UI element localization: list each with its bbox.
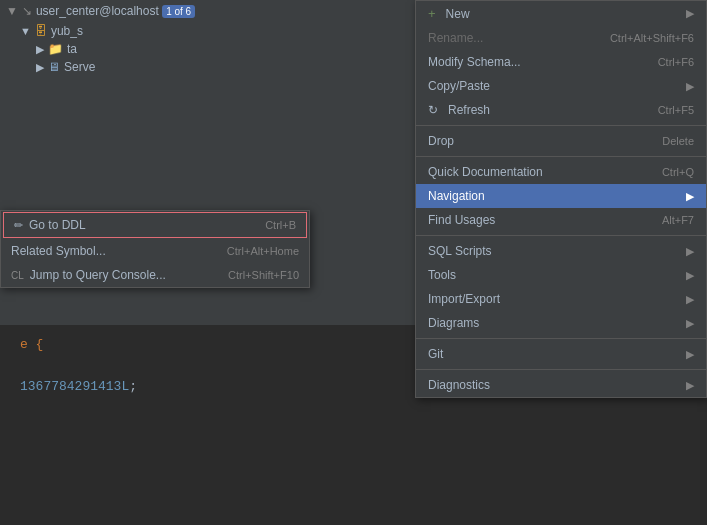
find-usages-shortcut: Alt+F7 (662, 214, 694, 226)
expand-icon3: ▶ (36, 61, 44, 74)
code-number: 1367784291413L (20, 379, 129, 394)
server-icon: 🖥 (48, 60, 60, 74)
connection-label: user_center@localhost (36, 4, 159, 18)
menu-item-navigation[interactable]: Navigation ▶ (416, 184, 706, 208)
sql-scripts-arrow: ▶ (686, 245, 694, 258)
code-line-2 (20, 356, 400, 377)
plus-icon: + (428, 6, 436, 21)
menu-item-rename[interactable]: Rename... Ctrl+Alt+Shift+F6 (416, 26, 706, 50)
refresh-shortcut: Ctrl+F5 (658, 104, 694, 116)
menu-item-related-symbol[interactable]: Related Symbol... Ctrl+Alt+Home (1, 239, 309, 263)
db-icon: 🗄 (35, 24, 47, 38)
jump-to-query-shortcut: Ctrl+Shift+F10 (228, 269, 299, 281)
tree-item-label3: Serve (64, 60, 95, 74)
code-semicolon: ; (129, 379, 137, 394)
drop-label: Drop (428, 134, 454, 148)
menu-item-new[interactable]: + New ▶ (416, 1, 706, 26)
navigation-arrow: ▶ (686, 190, 694, 203)
tree-item-ta[interactable]: ▶ 📁 ta (0, 40, 419, 58)
divider-5 (416, 369, 706, 370)
tree-item-label: yub_s (51, 24, 83, 38)
menu-item-refresh[interactable]: ↻ Refresh Ctrl+F5 (416, 98, 706, 122)
git-label: Git (428, 347, 443, 361)
jump-to-query-label: Jump to Query Console... (30, 268, 166, 282)
diagrams-arrow: ▶ (686, 317, 694, 330)
code-line-1: e { (20, 335, 400, 356)
modify-schema-label: Modify Schema... (428, 55, 521, 69)
git-arrow: ▶ (686, 348, 694, 361)
menu-item-jump-to-query[interactable]: CL Jump to Query Console... Ctrl+Shift+F… (1, 263, 309, 287)
rename-label: Rename... (428, 31, 483, 45)
tree-item-serve[interactable]: ▶ 🖥 Serve (0, 58, 419, 76)
go-to-ddl-shortcut: Ctrl+B (265, 219, 296, 231)
diagnostics-arrow: ▶ (686, 379, 694, 392)
copy-paste-label: Copy/Paste (428, 79, 490, 93)
menu-item-find-usages[interactable]: Find Usages Alt+F7 (416, 208, 706, 232)
connection-header: ▼ ↘ user_center@localhost 1 of 6 (0, 0, 419, 22)
modify-schema-shortcut: Ctrl+F6 (658, 56, 694, 68)
diagnostics-label: Diagnostics (428, 378, 490, 392)
tree-item-yub[interactable]: ▼ 🗄 yub_s (0, 22, 419, 40)
divider-2 (416, 156, 706, 157)
editor-area: e { 1367784291413L; (0, 325, 420, 525)
find-usages-label: Find Usages (428, 213, 495, 227)
go-to-ddl-label: Go to DDL (29, 218, 86, 232)
menu-item-diagnostics[interactable]: Diagnostics ▶ (416, 373, 706, 397)
menu-item-tools[interactable]: Tools ▶ (416, 263, 706, 287)
expand-icon2: ▶ (36, 43, 44, 56)
refresh-icon: ↻ (428, 103, 438, 117)
menu-item-quick-doc[interactable]: Quick Documentation Ctrl+Q (416, 160, 706, 184)
menu-item-diagrams[interactable]: Diagrams ▶ (416, 311, 706, 335)
import-export-arrow: ▶ (686, 293, 694, 306)
quick-doc-label: Quick Documentation (428, 165, 543, 179)
tools-arrow: ▶ (686, 269, 694, 282)
menu-item-sql-scripts[interactable]: SQL Scripts ▶ (416, 239, 706, 263)
menu-item-modify-schema[interactable]: Modify Schema... Ctrl+F6 (416, 50, 706, 74)
context-menu-main: + New ▶ Rename... Ctrl+Alt+Shift+F6 Modi… (415, 0, 707, 398)
sql-scripts-label: SQL Scripts (428, 244, 492, 258)
menu-item-git[interactable]: Git ▶ (416, 342, 706, 366)
new-label: New (446, 7, 470, 21)
diagrams-label: Diagrams (428, 316, 479, 330)
rename-shortcut: Ctrl+Alt+Shift+F6 (610, 32, 694, 44)
refresh-label: Refresh (448, 103, 490, 117)
tree-item-label2: ta (67, 42, 77, 56)
tools-label: Tools (428, 268, 456, 282)
divider-4 (416, 338, 706, 339)
copy-paste-arrow: ▶ (686, 80, 694, 93)
related-symbol-label: Related Symbol... (11, 244, 106, 258)
drop-shortcut: Delete (662, 135, 694, 147)
code-line-3: 1367784291413L; (20, 377, 400, 398)
quick-doc-shortcut: Ctrl+Q (662, 166, 694, 178)
folder-icon: 📁 (48, 42, 63, 56)
new-arrow: ▶ (686, 7, 694, 20)
divider-1 (416, 125, 706, 126)
menu-item-go-to-ddl[interactable]: ✏ Go to DDL Ctrl+B (3, 212, 307, 238)
menu-item-drop[interactable]: Drop Delete (416, 129, 706, 153)
connection-badge: 1 of 6 (162, 5, 195, 18)
context-menu-left: ✏ Go to DDL Ctrl+B Related Symbol... Ctr… (0, 210, 310, 288)
console-icon: CL (11, 270, 24, 281)
divider-3 (416, 235, 706, 236)
code-text-1: e { (20, 337, 43, 352)
pencil-icon: ✏ (14, 219, 23, 232)
expand-icon: ▼ (20, 25, 31, 37)
menu-item-copy-paste[interactable]: Copy/Paste ▶ (416, 74, 706, 98)
navigation-label: Navigation (428, 189, 485, 203)
menu-item-import-export[interactable]: Import/Export ▶ (416, 287, 706, 311)
related-symbol-shortcut: Ctrl+Alt+Home (227, 245, 299, 257)
import-export-label: Import/Export (428, 292, 500, 306)
